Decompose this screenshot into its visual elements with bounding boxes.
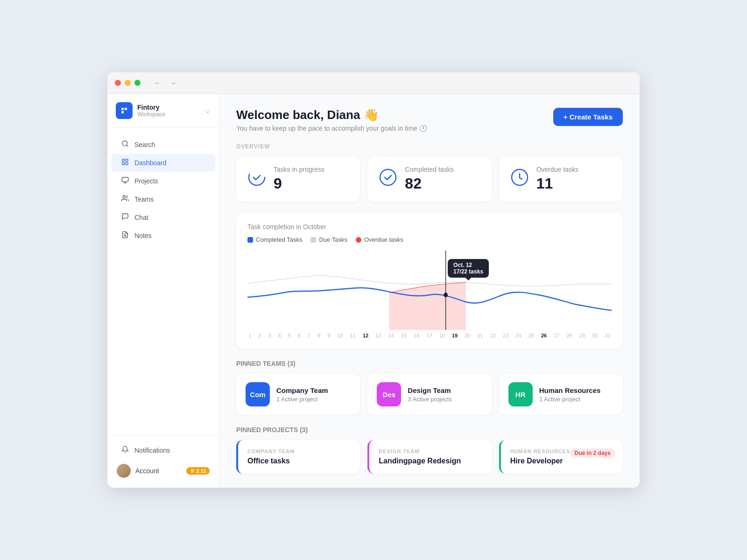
sidebar-item-projects-label: Projects (134, 177, 158, 185)
legend-dot-completed (247, 237, 253, 243)
project-card-landingpage[interactable]: DESIGN TEAM Landingpage Redesign (367, 440, 491, 474)
team-info-design: Design Team 3 Active projects (408, 386, 452, 403)
svg-point-13 (444, 293, 448, 297)
x-label-3: 3 (268, 333, 271, 338)
minimize-dot[interactable] (125, 80, 131, 86)
legend-due: Due Tasks (310, 236, 347, 243)
welcome-title: Welcome back, Diana 👋 (236, 108, 427, 122)
stat-card-in-progress: Tasks in progress 9 (236, 156, 360, 202)
team-card-company[interactable]: Com Company Team 1 Active project (236, 374, 360, 415)
welcome-block: Welcome back, Diana 👋 You have to keep u… (236, 108, 427, 132)
back-button[interactable]: ← (152, 78, 163, 88)
sidebar-item-search[interactable]: Search (111, 136, 215, 154)
legend-label-completed: Completed Tasks (256, 236, 302, 243)
sidebar-item-account[interactable]: Account ⏸ 2:11 (107, 460, 219, 482)
tasks-in-progress-icon (247, 168, 266, 190)
chat-icon (120, 213, 130, 222)
brand-logo (116, 102, 133, 119)
x-label-11: 11 (350, 333, 356, 338)
legend-completed: Completed Tasks (247, 236, 302, 243)
svg-point-6 (123, 196, 125, 198)
team-info-company: Company Team 1 Active project (276, 386, 328, 403)
x-label-5: 5 (288, 333, 291, 338)
team-avatar-hr: HR (508, 382, 533, 406)
create-tasks-button[interactable]: + Create Tasks (553, 108, 623, 126)
timer-badge: ⏸ 2:11 (186, 467, 210, 475)
forward-button[interactable]: → (167, 78, 179, 88)
sidebar-bottom: Notifications Account ⏸ 2:11 (107, 435, 219, 488)
x-label-31: 31 (605, 333, 610, 338)
stat-label-completed: Completed tasks (405, 166, 453, 173)
due-badge-hire-dev: Due in 2 days (570, 448, 615, 458)
teams-icon (120, 195, 130, 204)
team-abbr-design: Des (383, 391, 396, 399)
projects-row: COMPANY TEAM Office tasks DESIGN TEAM La… (236, 440, 623, 474)
sidebar-item-dashboard[interactable]: Dashboard (111, 154, 215, 172)
sidebar-item-notifications[interactable]: Notifications (111, 441, 215, 459)
team-card-hr[interactable]: HR Human Resources 1 Active project (499, 374, 623, 415)
notifications-icon (120, 446, 130, 455)
timer-value: 2:11 (196, 468, 206, 474)
sidebar-item-chat[interactable]: Chat (111, 209, 215, 226)
dashboard-icon (120, 158, 130, 168)
sidebar-item-teams-label: Teams (134, 196, 154, 203)
team-avatar-design: Des (377, 382, 401, 406)
team-card-design[interactable]: Des Design Team 3 Active projects (367, 374, 491, 415)
x-label-22: 22 (490, 333, 496, 338)
stat-card-overdue: Overdue tasks 11 (499, 156, 623, 202)
x-label-20: 20 (465, 333, 470, 338)
x-label-26: 26 (541, 333, 547, 338)
svg-point-9 (249, 169, 265, 185)
svg-rect-1 (122, 159, 125, 161)
welcome-subtitle: You have to keep up the pace to accompli… (236, 125, 427, 132)
legend-label-due: Due Tasks (319, 236, 347, 243)
brand-chevron-icon[interactable]: ⌄ (205, 107, 211, 114)
teams-row: Com Company Team 1 Active project Des De… (236, 374, 623, 415)
account-label: Account (135, 467, 182, 475)
x-label-27: 27 (554, 333, 559, 338)
x-label-28: 28 (566, 333, 572, 338)
project-card-hire-dev[interactable]: HUMAN RESOURCES Due in 2 days Hire Devel… (499, 440, 623, 474)
chart-x-labels: 1 2 3 4 5 6 7 8 9 10 11 12 13 14 15 16 1 (247, 333, 612, 338)
legend-label-overdue: Overdue tasks (364, 236, 403, 243)
legend-overdue: Overdue tasks (356, 236, 403, 243)
main-header: Welcome back, Diana 👋 You have to keep u… (236, 108, 623, 132)
x-label-13: 13 (375, 333, 381, 338)
team-sub-company: 1 Active project (276, 396, 328, 403)
x-label-15: 15 (401, 333, 407, 338)
maximize-dot[interactable] (134, 80, 141, 86)
svg-point-0 (122, 141, 127, 146)
sidebar-item-projects[interactable]: Projects (111, 172, 215, 190)
svg-rect-5 (122, 177, 128, 182)
stat-label-overdue: Overdue tasks (536, 166, 578, 173)
sidebar-item-teams[interactable]: Teams (111, 190, 215, 208)
close-dot[interactable] (115, 80, 121, 86)
stat-label-in-progress: Tasks in progress (274, 166, 324, 173)
x-label-2: 2 (258, 333, 261, 338)
overdue-tasks-icon (510, 168, 529, 190)
brand-name: Fintory (137, 104, 200, 111)
svg-rect-3 (122, 162, 125, 165)
x-label-17: 17 (426, 333, 432, 338)
x-label-16: 16 (414, 333, 419, 338)
avatar (117, 464, 131, 478)
project-card-office[interactable]: COMPANY TEAM Office tasks (236, 440, 360, 474)
chart-area: Oct. 12 17/22 tasks (247, 251, 612, 330)
brand-area: Fintory Workspace ⌄ (107, 102, 219, 128)
svg-point-10 (380, 169, 396, 185)
notifications-label: Notifications (134, 447, 170, 454)
x-label-23: 23 (503, 333, 508, 338)
project-name-office: Office tasks (247, 457, 351, 465)
x-label-29: 29 (579, 333, 585, 338)
main-content: Welcome back, Diana 👋 You have to keep u… (219, 94, 640, 488)
chart-title: Task completion in October (247, 223, 612, 231)
stat-value-completed: 82 (405, 175, 453, 192)
sidebar-item-notes[interactable]: Notes (111, 227, 215, 245)
notes-icon (120, 231, 130, 240)
overview-label: OVERVIEW (236, 143, 623, 150)
x-label-19: 19 (452, 333, 458, 338)
team-name-hr: Human Resources (539, 386, 601, 394)
brand-text: Fintory Workspace (137, 104, 200, 118)
legend-dot-due (310, 237, 316, 243)
pinned-teams-title: PINNED TEAMS (3) (236, 360, 623, 367)
